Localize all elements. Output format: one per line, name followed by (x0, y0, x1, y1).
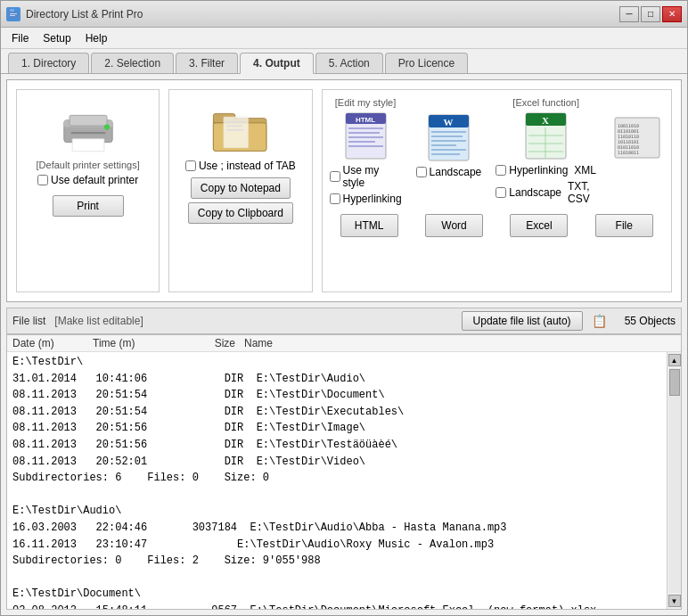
svg-rect-6 (70, 115, 107, 126)
use-my-style-row: Use my style (330, 164, 402, 189)
word-landscape-row: Landscape (416, 166, 482, 178)
title-bar: Directory List & Print Pro ─ □ ✕ (1, 1, 687, 28)
svg-text:HTML: HTML (355, 116, 374, 124)
col-size-header: Size (164, 337, 235, 349)
printer-settings-label: [Default printer settings] (37, 160, 140, 170)
file-list-editable[interactable]: [Make list editable] (54, 315, 143, 327)
file-icon: 10011010 01101001 11010110 10110101 0101… (610, 113, 664, 162)
use-default-printer-label: Use default printer (51, 174, 138, 186)
svg-rect-23 (348, 145, 383, 147)
printer-icon-container (57, 97, 119, 160)
scroll-down-button[interactable]: ▼ (668, 595, 681, 607)
copy-list-icon[interactable]: 📋 (592, 314, 607, 328)
svg-rect-34 (431, 153, 460, 155)
tab-action[interactable]: 5. Action (315, 53, 383, 73)
svg-rect-22 (348, 141, 375, 143)
window-title: Directory List & Print Pro (26, 8, 143, 21)
menu-setup[interactable]: Setup (36, 30, 78, 46)
svg-rect-2 (10, 13, 17, 14)
window-controls: ─ □ ✕ (619, 6, 682, 22)
use-my-style-label: Use my style (343, 164, 402, 189)
svg-rect-3 (10, 15, 15, 16)
xml-label: XML (574, 164, 596, 177)
html-hyperlinking-label: Hyperlinking (343, 193, 402, 205)
app-icon (6, 7, 20, 21)
copy-to-clipboard-button[interactable]: Copy to Clipboard (188, 202, 293, 224)
excel-hyperlinking-row: Hyperlinking XML (496, 164, 596, 177)
edit-style-label: [Edit my style] (335, 97, 396, 108)
excel-hyperlinking-checkbox[interactable] (496, 165, 506, 176)
excel-landscape-label: Landscape (509, 186, 561, 199)
word-icon: W (424, 113, 473, 162)
file-list-header: File list [Make list editable] Update fi… (6, 308, 682, 334)
col-date-header: Date (m) (12, 337, 93, 349)
tab-output[interactable]: 4. Output (240, 53, 314, 74)
notepad-section: Use ; instead of TAB Copy to Notepad Cop… (168, 89, 312, 292)
col-time-header: Time (m) (93, 337, 164, 349)
svg-rect-21 (348, 136, 383, 138)
scroll-thumb[interactable] (669, 369, 680, 396)
update-file-list-button[interactable]: Update file list (auto) (462, 311, 583, 331)
use-semicolon-checkbox[interactable] (185, 160, 196, 171)
svg-rect-31 (431, 140, 466, 142)
svg-text:W: W (443, 117, 453, 127)
excel-button[interactable]: Excel (510, 214, 568, 237)
svg-rect-14 (226, 121, 245, 123)
svg-point-8 (104, 124, 110, 129)
col-name-header: Name (244, 337, 676, 349)
file-list-scroll-area: E:\TestDir\ 31.01.2014 10:41:06 DIR E:\T… (7, 352, 681, 609)
file-list-area: Date (m) Time (m) Size Name E:\TestDir\ … (6, 334, 682, 610)
svg-rect-15 (226, 126, 242, 127)
copy-to-notepad-button[interactable]: Copy to Notepad (191, 177, 291, 199)
svg-text:11010011: 11010011 (618, 150, 639, 155)
tab-selection[interactable]: 2. Selection (91, 53, 174, 73)
file-list-label: File list (12, 315, 45, 327)
menu-bar: File Setup Help (1, 28, 687, 49)
print-button[interactable]: Print (53, 195, 124, 217)
svg-rect-20 (348, 132, 380, 134)
svg-rect-0 (8, 11, 19, 19)
svg-rect-16 (226, 129, 243, 131)
word-landscape-checkbox[interactable] (416, 167, 427, 177)
excel-landscape-checkbox[interactable] (496, 187, 506, 198)
menu-file[interactable]: File (4, 30, 36, 46)
use-default-printer-checkbox[interactable] (37, 175, 48, 185)
file-button[interactable]: File (595, 214, 653, 237)
file-list-columns: Date (m) Time (m) Size Name (7, 335, 681, 352)
scrollbar[interactable]: ▲ ▼ (667, 352, 681, 609)
scroll-up-button[interactable]: ▲ (668, 354, 681, 366)
folder-icon-container (209, 97, 272, 160)
file-column: 10011010 01101001 11010110 10110101 0101… (610, 97, 664, 162)
maximize-button[interactable]: □ (641, 6, 660, 22)
excel-function-label: [Excel function] (512, 97, 579, 108)
menu-help[interactable]: Help (78, 30, 115, 46)
folder-icon (209, 97, 272, 160)
svg-rect-9 (70, 132, 105, 134)
tab-pro-licence[interactable]: Pro Licence (385, 53, 468, 73)
svg-rect-32 (431, 144, 456, 146)
use-default-printer-row: Use default printer (37, 174, 138, 186)
svg-rect-33 (431, 149, 466, 151)
scroll-track (668, 368, 681, 593)
html-button[interactable]: HTML (340, 214, 398, 237)
use-semicolon-label: Use ; instead of TAB (199, 160, 296, 172)
format-section: [Edit my style] HTML (322, 89, 672, 292)
tab-directory[interactable]: 1. Directory (8, 53, 89, 73)
close-button[interactable]: ✕ (662, 6, 682, 22)
tab-filter[interactable]: 3. Filter (176, 53, 238, 73)
word-landscape-label: Landscape (430, 166, 482, 178)
html-hyperlinking-row: Hyperlinking (330, 193, 402, 205)
use-my-style-checkbox[interactable] (330, 171, 340, 182)
svg-rect-7 (72, 138, 104, 151)
minimize-button[interactable]: ─ (619, 6, 639, 22)
svg-rect-29 (431, 131, 466, 133)
word-button[interactable]: Word (425, 214, 483, 237)
excel-hyperlinking-label: Hyperlinking (509, 164, 568, 177)
txtsv-label: TXT, CSV (568, 180, 596, 205)
tab-bar: 1. Directory 2. Selection 3. Filter 4. O… (1, 49, 687, 74)
file-list-content[interactable]: E:\TestDir\ 31.01.2014 10:41:06 DIR E:\T… (7, 352, 667, 609)
main-window: Directory List & Print Pro ─ □ ✕ File Se… (0, 0, 688, 616)
printer-icon (57, 95, 119, 162)
html-hyperlinking-checkbox[interactable] (330, 193, 340, 204)
svg-text:X: X (542, 115, 549, 126)
